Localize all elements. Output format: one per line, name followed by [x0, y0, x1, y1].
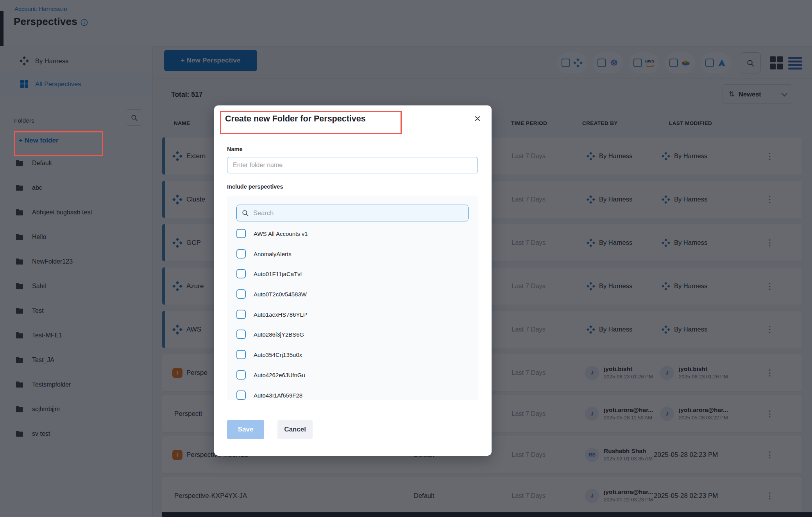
perspective-checkbox[interactable]: [236, 390, 246, 400]
perspective-search-input[interactable]: [252, 209, 463, 217]
modal-title: Create new Folder for Perspectives: [225, 114, 366, 124]
perspective-checkbox[interactable]: [236, 229, 246, 238]
perspective-option[interactable]: Auto1acxHS786YLP: [236, 310, 307, 319]
perspective-option-label: Auto0T2c0v54583W: [254, 291, 307, 298]
perspective-option-label: Auto43I1Af659F28: [254, 392, 302, 399]
save-button[interactable]: Save: [227, 420, 264, 439]
close-icon[interactable]: ×: [472, 111, 483, 127]
perspective-checkbox[interactable]: [236, 370, 246, 380]
include-perspectives-label: Include perspectives: [227, 184, 283, 190]
perspective-option[interactable]: AnomalyAlerts: [236, 249, 292, 258]
perspective-option[interactable]: Auto354Crj135u0x: [236, 350, 302, 359]
perspective-option-label: Auto1acxHS786YLP: [254, 311, 307, 318]
cancel-button[interactable]: Cancel: [277, 420, 313, 439]
perspective-option-label: Auto4262e6JUfnGu: [254, 372, 305, 378]
folder-name-input[interactable]: [227, 157, 478, 173]
name-field-label: Name: [227, 146, 243, 152]
perspective-option-label: Auto286i3jY2BS6G: [254, 331, 304, 338]
perspective-option[interactable]: Auto286i3jY2BS6G: [236, 330, 304, 339]
perspective-option[interactable]: Auto01F11jaCaTvl: [236, 269, 302, 278]
search-icon: [241, 209, 249, 217]
perspective-option-label: AnomalyAlerts: [254, 251, 292, 257]
perspectives-picker-panel: AWS All Accounts v1 AnomalyAlerts Auto01…: [227, 196, 478, 400]
perspective-option[interactable]: Auto4262e6JUfnGu: [236, 370, 305, 380]
perspective-option[interactable]: AWS All Accounts v1: [236, 229, 308, 238]
perspectives-page: Account: Harness.io Perspectives By Harn…: [0, 0, 812, 517]
perspective-checkbox[interactable]: [236, 249, 246, 258]
perspective-checkbox[interactable]: [236, 350, 246, 359]
perspective-checkbox[interactable]: [236, 269, 246, 278]
perspective-option[interactable]: Auto0T2c0v54583W: [236, 289, 307, 299]
perspective-option-label: Auto01F11jaCaTvl: [254, 271, 302, 277]
perspective-search-field[interactable]: [236, 205, 469, 221]
perspective-checkbox[interactable]: [236, 289, 246, 299]
perspective-checkbox[interactable]: [236, 310, 246, 319]
perspective-option[interactable]: Auto43I1Af659F28: [236, 390, 302, 400]
perspective-option-label: Auto354Crj135u0x: [254, 351, 302, 358]
create-folder-modal: Create new Folder for Perspectives × Nam…: [214, 105, 492, 456]
perspective-option-label: AWS All Accounts v1: [254, 230, 308, 237]
perspective-checkbox[interactable]: [236, 330, 246, 339]
